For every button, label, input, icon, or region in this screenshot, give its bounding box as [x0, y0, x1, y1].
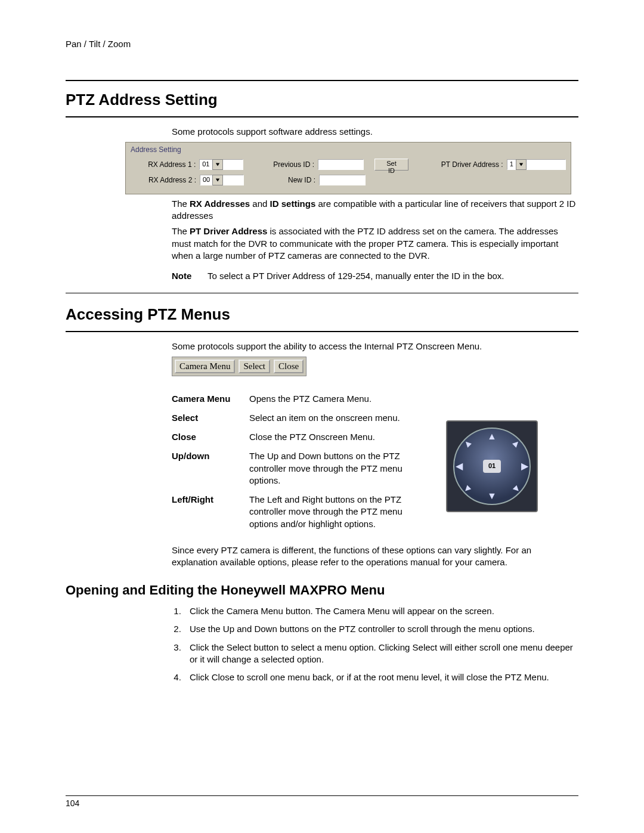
arrow-down-icon[interactable]: ▼ — [487, 490, 497, 503]
rx2-label: RX Address 2 : — [131, 175, 196, 185]
arrow-up-icon[interactable]: ▲ — [487, 430, 497, 443]
note-row: Note To select a PT Driver Address of 12… — [172, 270, 578, 282]
new-id-label: New ID : — [268, 175, 315, 185]
list-item: Click the Camera Menu button. The Camera… — [184, 605, 578, 617]
arrow-nw-icon[interactable]: ▲ — [460, 435, 475, 451]
note-label: Note — [172, 270, 208, 282]
table-row: CloseClose the PTZ Onscreen Menu. — [172, 428, 434, 447]
table-row: Left/RightThe Left and Right buttons on … — [172, 490, 434, 534]
compass-hub: 01 — [483, 460, 501, 473]
page-number: 104 — [66, 798, 79, 809]
camera-menu-button[interactable]: Camera Menu — [175, 360, 235, 373]
breadcrumb: Pan / Tilt / Zoom — [66, 38, 578, 50]
svg-marker-1 — [519, 163, 523, 166]
ptz-menu-button-bar: Camera Menu Select Close — [172, 357, 306, 376]
heading-accessing-ptz: Accessing PTZ Menus — [66, 304, 578, 325]
heading-ptz-address: PTZ Address Setting — [66, 89, 578, 110]
list-item: Click the Select button to select a menu… — [184, 642, 578, 666]
svg-marker-0 — [215, 163, 219, 166]
close-button[interactable]: Close — [274, 360, 304, 373]
rx1-combo[interactable]: 01 — [199, 159, 243, 170]
rx1-label: RX Address 1 : — [131, 160, 196, 169]
pt-driver-value: 1 — [510, 160, 513, 169]
arrow-se-icon[interactable]: ▼ — [509, 481, 524, 497]
rx2-combo[interactable]: 00 — [200, 175, 244, 185]
arrow-sw-icon[interactable]: ▼ — [460, 481, 475, 497]
list-item: Click Close to scroll one menu back, or … — [184, 671, 578, 683]
section1-intro: Some protocols support software address … — [172, 126, 578, 138]
pt-driver-combo[interactable]: 1 — [507, 159, 566, 170]
ptz-compass: ▲ ▼ ◀ ▶ ▲ ▲ ▼ ▼ 01 — [446, 420, 538, 512]
section1-para1: The RX Addresses and ID settings are com… — [172, 198, 578, 222]
heading-maxpro: Opening and Editing the Honeywell MAXPRO… — [66, 581, 578, 599]
pt-driver-label: PT Driver Address : — [432, 160, 503, 169]
section2-footnote: Since every PTZ camera is different, the… — [172, 544, 578, 569]
divider — [66, 331, 578, 332]
list-item: Use the Up and Down buttons on the PTZ c… — [184, 623, 578, 635]
select-button[interactable]: Select — [239, 360, 270, 373]
chevron-down-icon[interactable] — [212, 159, 223, 170]
table-row: SelectSelect an item on the onscreen men… — [172, 408, 434, 428]
divider — [66, 116, 578, 117]
new-id-input[interactable] — [319, 175, 366, 185]
divider — [66, 795, 578, 796]
rx2-value: 00 — [203, 175, 210, 184]
section1-para2: The PT Driver Address is associated with… — [172, 225, 578, 262]
arrow-right-icon[interactable]: ▶ — [521, 460, 528, 473]
steps-list: Click the Camera Menu button. The Camera… — [172, 605, 578, 683]
chevron-down-icon[interactable] — [516, 159, 527, 170]
address-setting-panel: Address Setting RX Address 1 : 01 Previo… — [125, 142, 571, 194]
note-text: To select a PT Driver Address of 129-254… — [208, 270, 504, 282]
arrow-left-icon[interactable]: ◀ — [456, 460, 463, 473]
page: Pan / Tilt / Zoom PTZ Address Setting So… — [0, 0, 644, 833]
fieldset-legend: Address Setting — [131, 145, 566, 154]
set-id-button[interactable]: Set ID — [374, 159, 408, 171]
divider — [66, 80, 578, 81]
definitions-table: Camera MenuOpens the PTZ Camera Menu. Se… — [172, 389, 434, 534]
chevron-down-icon[interactable] — [212, 175, 223, 185]
section2-intro: Some protocols support the ability to ac… — [172, 340, 578, 352]
arrow-ne-icon[interactable]: ▲ — [509, 435, 524, 451]
svg-marker-2 — [216, 178, 219, 181]
table-row: Up/downThe Up and Down buttons on the PT… — [172, 447, 434, 490]
divider — [66, 293, 578, 293]
rx1-value: 01 — [202, 160, 209, 169]
prev-id-input[interactable] — [318, 159, 364, 170]
prev-id-label: Previous ID : — [267, 160, 314, 169]
table-row: Camera MenuOpens the PTZ Camera Menu. — [172, 389, 434, 408]
